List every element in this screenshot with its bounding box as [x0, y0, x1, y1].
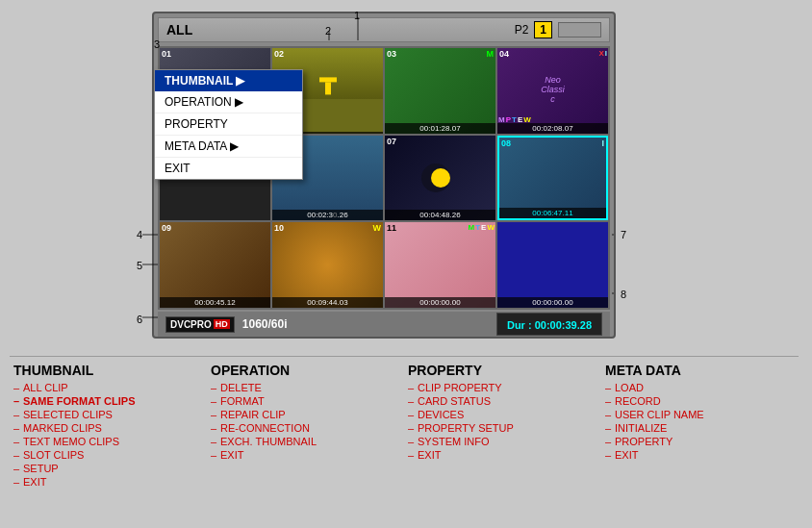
- legend-item-exit-prop[interactable]: –EXIT: [408, 448, 597, 462]
- thumb-num-07: 07: [387, 137, 396, 146]
- legend-item-slot[interactable]: –SLOT CLIPS: [13, 448, 203, 462]
- anno-8: 8: [621, 289, 626, 300]
- header-all: ALL: [166, 22, 509, 38]
- legend-item-property-meta[interactable]: –PROPERTY: [605, 435, 795, 448]
- legend-item-delete[interactable]: –DELETE: [211, 381, 400, 394]
- header-bar: ALL P2 1: [158, 17, 610, 42]
- thumb-cell-09[interactable]: 09 00:00:45.12: [160, 222, 270, 308]
- legend-item-sameformat[interactable]: –SAME FORMAT CLIPS: [13, 394, 203, 408]
- legend-item-allclip[interactable]: –ALL CLIP: [13, 381, 203, 394]
- legend-item-setup[interactable]: –SETUP: [13, 462, 203, 475]
- legend-item-textmemo[interactable]: –TEXT MEMO CLIPS: [13, 435, 203, 448]
- thumb-time-12: 00:00:00.00: [497, 297, 608, 308]
- thumb-num-01: 01: [162, 49, 171, 59]
- legend-item-devices[interactable]: –DEVICES: [408, 408, 597, 421]
- thumb-num-09: 09: [162, 223, 171, 233]
- thumb-num-10: 10: [274, 223, 284, 233]
- ctx-property[interactable]: PROPERTY: [155, 113, 302, 136]
- legend-item-exit-thumb[interactable]: –EXIT: [13, 475, 203, 489]
- context-menu: THUMBNAIL ▶ OPERATION ▶ PROPERTY META DA…: [154, 69, 303, 180]
- legend-col-thumbnail: THUMBNAIL –ALL CLIP –SAME FORMAT CLIPS –…: [10, 363, 207, 489]
- legend-item-load[interactable]: –LOAD: [605, 381, 795, 394]
- legend-item-marked[interactable]: –MARKED CLIPS: [13, 421, 203, 435]
- thumb-time-09: 00:00:45.12: [160, 297, 270, 308]
- legend-area: THUMBNAIL –ALL CLIP –SAME FORMAT CLIPS –…: [10, 356, 799, 489]
- thumb-time-04: 00:02:08.07: [497, 123, 608, 134]
- ctx-thumbnail[interactable]: THUMBNAIL ▶: [155, 70, 302, 91]
- thumb-time-08: 00:06:47.11: [499, 208, 606, 218]
- ctx-operation[interactable]: OPERATION ▶: [155, 91, 302, 113]
- legend-item-reconnection[interactable]: –RE-CONNECTION: [211, 421, 400, 435]
- duration-text: Dur : 00:00:39.28: [507, 319, 592, 331]
- header-pagenum[interactable]: 1: [534, 21, 552, 38]
- anno-4: 4: [137, 229, 142, 240]
- thumb-num-08: 08: [501, 138, 511, 148]
- ctx-metadata[interactable]: META DATA ▶: [155, 136, 302, 158]
- legend-title-metadata: META DATA: [605, 363, 795, 378]
- anno-3: 3: [154, 38, 160, 50]
- svg-rect-1: [325, 83, 331, 95]
- legend-title-property: PROPERTY: [408, 363, 597, 378]
- thumb-badge-i-08: I: [601, 138, 604, 148]
- legend-title-operation: OPERATION: [211, 363, 400, 378]
- thumb-time-10: 00:09:44.03: [272, 297, 383, 308]
- thumb-cell-12[interactable]: 00:00:00.00: [497, 222, 608, 308]
- legend-item-selected[interactable]: –SELECTED CLIPS: [13, 408, 203, 421]
- thumb-cell-03[interactable]: 03 M 00:01:28.07: [385, 48, 495, 134]
- anno-6: 6: [137, 314, 142, 325]
- legend-item-prop-setup[interactable]: –PROPERTY SETUP: [408, 421, 597, 435]
- thumb-num-03: 03: [387, 49, 396, 59]
- svg-rect-0: [319, 78, 337, 83]
- legend-title-thumbnail: THUMBNAIL: [13, 363, 203, 378]
- thumb-cell-11[interactable]: 11 M T E W 00:00:00.00: [385, 222, 495, 308]
- format-text: 1060/60i: [242, 317, 288, 331]
- legend-item-repair[interactable]: –REPAIR CLIP: [211, 408, 400, 421]
- thumb-num-11: 11: [387, 223, 396, 233]
- thumb-cell-07[interactable]: 07 00:04:48.26: [385, 136, 495, 221]
- legend-item-exit-meta[interactable]: –EXIT: [605, 448, 795, 462]
- thumb-cell-10[interactable]: 10 W 00:09:44.03: [272, 222, 383, 308]
- thumb-cell-04[interactable]: 04 X I NeoClassic M P T E W 00:02:08.07: [497, 48, 608, 134]
- thumb-num-04: 04: [499, 49, 509, 59]
- anno-1: 1: [354, 10, 360, 21]
- header-icon-box: [558, 22, 601, 38]
- anno-5: 5: [137, 260, 142, 271]
- legend-item-record[interactable]: –RECORD: [605, 394, 795, 408]
- dvcpro-label: DVCPRO: [170, 319, 212, 330]
- legend-col-operation: OPERATION –DELETE –FORMAT –REPAIR CLIP –…: [207, 363, 404, 489]
- thumb-badge-m-03: M: [487, 49, 495, 59]
- thumb-num-02: 02: [274, 49, 284, 59]
- anno-7: 7: [621, 229, 626, 240]
- info-bar: DVCPRO HD 1060/60i Dur : 00:00:39.28: [158, 312, 610, 337]
- legend-col-metadata: META DATA –LOAD –RECORD –USER CLIP NAME …: [601, 363, 799, 489]
- thumb-badge-w-10: W: [373, 223, 382, 233]
- duration-box: Dur : 00:00:39.28: [496, 313, 602, 336]
- hd-badge: HD: [214, 319, 230, 329]
- legend-item-clip-prop[interactable]: –CLIP PROPERTY: [408, 381, 597, 394]
- legend-item-exch-thumb[interactable]: –EXCH. THUMBNAIL: [211, 435, 400, 448]
- legend-item-exit-op[interactable]: –EXIT: [211, 448, 400, 462]
- legend-item-user-clip[interactable]: –USER CLIP NAME: [605, 408, 795, 421]
- dvcpro-badge: DVCPRO HD: [165, 316, 235, 333]
- thumb-time-03: 00:01:28.07: [385, 123, 495, 134]
- thumb-time-06: 00:02:30.26: [272, 210, 383, 220]
- thumb-cell-08[interactable]: 08 I 00:06:47.11: [497, 136, 608, 221]
- legend-item-initialize[interactable]: –INITIALIZE: [605, 421, 795, 435]
- anno-2: 2: [325, 25, 331, 37]
- legend-item-card-status[interactable]: –CARD STATUS: [408, 394, 597, 408]
- thumb-time-07: 00:04:48.26: [385, 210, 495, 220]
- ctx-exit[interactable]: EXIT: [155, 158, 302, 179]
- legend-col-property: PROPERTY –CLIP PROPERTY –CARD STATUS –DE…: [404, 363, 601, 489]
- thumb-time-11: 00:00:00.00: [385, 297, 495, 308]
- legend-item-sys-info[interactable]: –SYSTEM INFO: [408, 435, 597, 448]
- header-p2: P2: [515, 23, 529, 37]
- legend-item-format[interactable]: –FORMAT: [211, 394, 400, 408]
